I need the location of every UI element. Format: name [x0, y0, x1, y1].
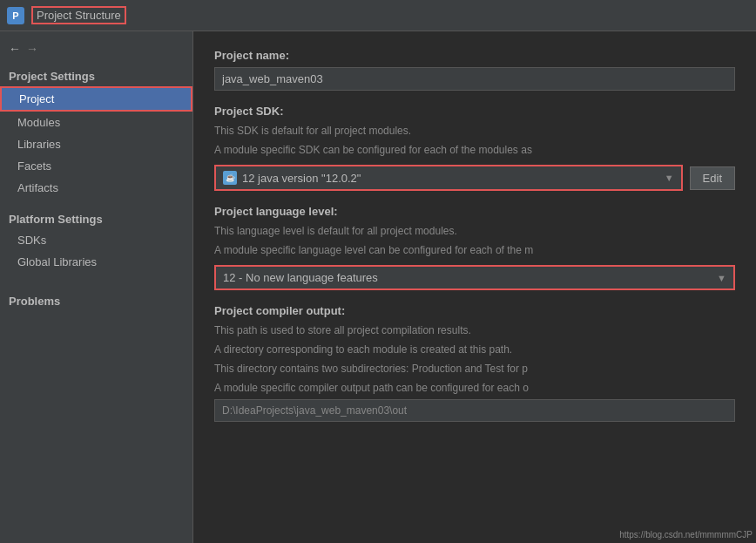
sidebar-item-libraries[interactable]: Libraries: [0, 133, 192, 155]
sdk-dropdown-inner: ☕ 12 java version "12.0.2": [223, 171, 361, 185]
sidebar-item-artifacts[interactable]: Artifacts: [0, 177, 192, 199]
sidebar-item-facets[interactable]: Facets: [0, 155, 192, 177]
project-name-input[interactable]: [214, 67, 735, 91]
sidebar-item-sdks[interactable]: SDKs: [0, 229, 192, 251]
lang-desc1: This language level is default for all p…: [214, 223, 735, 239]
top-bar: P Project Structure: [0, 0, 756, 31]
lang-dropdown[interactable]: 12 - No new language features ▼: [214, 265, 735, 290]
sidebar-item-project[interactable]: Project: [0, 86, 192, 112]
sdk-chevron-icon: ▼: [665, 173, 674, 183]
sidebar-item-modules[interactable]: Modules: [0, 112, 192, 133]
forward-arrow[interactable]: →: [26, 42, 38, 56]
compiler-desc1: This path is used to store all project c…: [214, 322, 735, 338]
compiler-desc4: A module specific compiler output path c…: [214, 380, 735, 396]
sdk-desc1: This SDK is default for all project modu…: [214, 123, 735, 139]
compiler-label: Project compiler output:: [214, 304, 735, 317]
edit-sdk-button[interactable]: Edit: [690, 166, 735, 190]
content-area: Project name: Project SDK: This SDK is d…: [193, 31, 756, 543]
lang-chevron-icon: ▼: [717, 273, 726, 283]
compiler-desc3: This directory contains two subdirectori…: [214, 361, 735, 377]
nav-arrows: ← →: [0, 38, 192, 64]
sdk-value: 12 java version "12.0.2": [242, 172, 361, 185]
top-bar-title: Project Structure: [31, 6, 126, 24]
sidebar-item-global-libraries[interactable]: Global Libraries: [0, 251, 192, 273]
project-name-label: Project name:: [214, 49, 735, 62]
compiler-output-input[interactable]: [214, 399, 735, 422]
sdk-desc2: A module specific SDK can be configured …: [214, 142, 735, 158]
project-lang-label: Project language level:: [214, 205, 735, 218]
platform-settings-header: Platform Settings: [0, 207, 192, 229]
sidebar-item-problems[interactable]: Problems: [0, 290, 192, 312]
main-layout: ← → Project Settings Project Modules Lib…: [0, 31, 756, 543]
sdk-dropdown[interactable]: ☕ 12 java version "12.0.2" ▼: [214, 165, 683, 191]
project-settings-header: Project Settings: [0, 64, 192, 86]
sidebar: ← → Project Settings Project Modules Lib…: [0, 31, 193, 543]
sdk-icon: ☕: [223, 171, 237, 185]
project-icon: P: [7, 7, 24, 24]
back-arrow[interactable]: ←: [9, 42, 21, 56]
compiler-desc2: A directory corresponding to each module…: [214, 342, 735, 357]
lang-value: 12 - No new language features: [223, 271, 378, 284]
sdk-row: ☕ 12 java version "12.0.2" ▼ Edit: [214, 165, 735, 191]
project-sdk-label: Project SDK:: [214, 105, 735, 118]
watermark: https://blog.csdn.net/mmmmmCJP: [619, 530, 753, 540]
lang-desc2: A module specific language level can be …: [214, 242, 735, 258]
